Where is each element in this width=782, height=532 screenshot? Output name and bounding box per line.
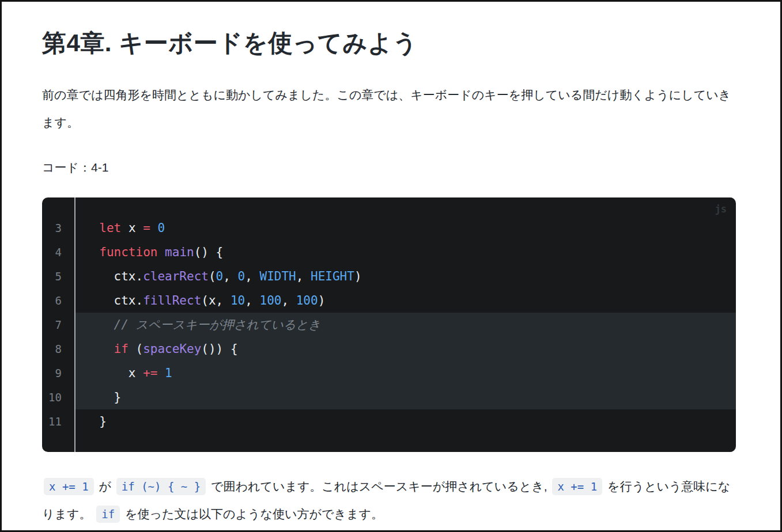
- code-line: 5 ctx.clearRect(0, 0, WIDTH, HEIGHT): [42, 264, 736, 288]
- line-number: 10: [42, 385, 74, 409]
- code-token: [85, 221, 99, 235]
- code-token: (: [209, 269, 216, 283]
- code-token: 1: [165, 366, 172, 380]
- code-token: let: [99, 221, 121, 235]
- line-number: 6: [42, 288, 74, 313]
- code-token: 100: [259, 294, 281, 307]
- code-line: 6 ctx.fillRect(x, 10, 100, 100): [42, 288, 736, 313]
- code-token: ctx.: [85, 269, 143, 283]
- code-token: clearRect: [143, 269, 209, 283]
- code-token: (: [129, 342, 143, 356]
- line-number: 9: [42, 361, 74, 385]
- code-token: }: [85, 415, 107, 428]
- language-badge: js: [715, 203, 727, 215]
- code-line: 4 function main() {: [42, 240, 736, 264]
- code-line-content: x += 1: [74, 361, 736, 385]
- code-token: }: [85, 390, 121, 404]
- code-token: // スペースキーが押されているとき: [114, 318, 321, 332]
- code-line: 9 x += 1: [42, 361, 736, 385]
- outro-paragraph: x += 1 が if (~) { ~ } で囲われています。これはスペースキー…: [42, 473, 736, 528]
- code-token: (x,: [201, 294, 231, 307]
- code-token: ,: [281, 294, 296, 307]
- code-label: コード：4-1: [42, 154, 736, 181]
- code-token: main: [165, 245, 194, 259]
- code-line-content: }: [74, 409, 736, 434]
- code-block: js 3 let x = 04 function main() {5 ctx.c…: [42, 197, 736, 452]
- code-line: 10 }: [42, 385, 736, 409]
- code-token: x: [85, 366, 143, 380]
- code-token: () {: [194, 245, 224, 259]
- line-number: 4: [42, 240, 74, 264]
- code-token: 100: [296, 294, 318, 307]
- code-line: 3 let x = 0: [42, 216, 736, 240]
- code-token: ()) {: [201, 342, 237, 356]
- code-line: 7 // スペースキーが押されているとき: [42, 313, 736, 337]
- inline-code-chip: x += 1: [44, 478, 94, 495]
- code-token: ,: [296, 269, 311, 283]
- code-line-content: let x = 0: [74, 216, 736, 240]
- code-line-content: ctx.clearRect(0, 0, WIDTH, HEIGHT): [74, 264, 736, 288]
- code-token: [150, 221, 158, 235]
- code-token: spaceKey: [143, 342, 201, 356]
- code-token: ): [318, 294, 326, 307]
- code-line-content: if (spaceKey()) {: [74, 337, 736, 361]
- code-token: HEIGHT: [311, 269, 354, 283]
- code-token: if: [114, 342, 129, 356]
- line-number: 7: [42, 313, 74, 337]
- code-token: [157, 366, 165, 380]
- line-number: 11: [42, 409, 74, 434]
- inline-code-chip: x += 1: [552, 478, 602, 495]
- gutter-separator: [74, 197, 75, 452]
- inline-code-chip: if (~) { ~ }: [116, 478, 206, 495]
- code-token: ,: [223, 269, 237, 283]
- inline-code-chip: if: [96, 506, 120, 523]
- code-token: =: [143, 221, 150, 235]
- code-token: fillRect: [143, 294, 201, 307]
- page-title: 第4章. キーボードを使ってみよう: [42, 27, 736, 59]
- code-token: [85, 342, 114, 356]
- code-token: ): [354, 269, 362, 283]
- code-token: 0: [238, 269, 245, 283]
- page: { "header": { "title": "第4章. キーボードを使ってみよ…: [0, 0, 782, 532]
- outro-text: が: [96, 480, 115, 493]
- article-content: 第4章. キーボードを使ってみよう 前の章では四角形を時間とともに動かしてみまし…: [2, 2, 780, 528]
- code-token: 0: [216, 269, 224, 283]
- intro-paragraph: 前の章では四角形を時間とともに動かしてみました。この章では、キーボードのキーを押…: [42, 81, 736, 136]
- code-token: [157, 245, 165, 259]
- code-token: ,: [245, 269, 259, 283]
- code-token: function: [99, 245, 157, 259]
- code-token: +=: [143, 366, 157, 380]
- code-token: 0: [157, 221, 165, 235]
- code-token: [85, 318, 114, 332]
- code-token: 10: [231, 294, 245, 307]
- code-token: ctx.: [85, 294, 143, 307]
- code-token: WIDTH: [260, 269, 296, 283]
- outro-text: を使った文は以下のような使い方ができます。: [122, 507, 383, 520]
- code-token: ,: [245, 294, 259, 307]
- code-line-content: // スペースキーが押されているとき: [74, 313, 736, 337]
- line-number: 3: [42, 216, 74, 240]
- code-token: x: [121, 221, 143, 235]
- line-number: 8: [42, 337, 74, 361]
- code-token: [85, 245, 99, 259]
- code-line-content: }: [74, 385, 736, 409]
- code-lines: 3 let x = 04 function main() {5 ctx.clea…: [42, 216, 736, 434]
- code-line: 11 }: [42, 409, 736, 434]
- outro-text: で囲われています。これはスペースキーが押されているとき,: [207, 480, 550, 493]
- code-line-content: ctx.fillRect(x, 10, 100, 100): [74, 288, 736, 313]
- line-number: 5: [42, 264, 74, 288]
- code-line-content: function main() {: [74, 240, 736, 264]
- code-line: 8 if (spaceKey()) {: [42, 337, 736, 361]
